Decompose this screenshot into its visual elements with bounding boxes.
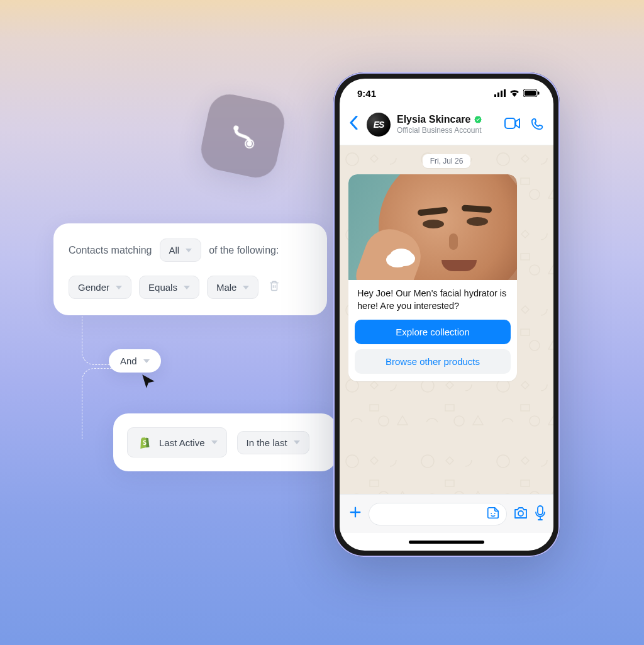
operator-select[interactable]: In the last [237,431,309,454]
video-call-button[interactable] [504,118,521,132]
operator-select[interactable]: Equals [139,276,199,299]
chat-input-bar [340,494,553,533]
svg-rect-10 [505,118,515,128]
svg-rect-9 [538,92,540,95]
trash-icon [269,280,280,291]
phone-icon [531,118,545,132]
field-label: Last Active [159,438,205,447]
field-label: Gender [78,283,109,292]
svg-rect-5 [501,91,502,97]
chevron-down-icon [184,286,190,289]
battery-icon [523,89,540,97]
svg-rect-4 [497,93,499,97]
sticker-button[interactable] [486,506,500,522]
svg-point-16 [518,511,523,516]
chevron-down-icon [243,286,249,289]
logic-label: And [120,356,137,366]
filter-lead-out: of the following: [209,245,279,256]
svg-point-15 [494,513,496,514]
video-icon [504,118,521,129]
phone-mockup: 9:41 ES Elysia Skincare Official Busines… [333,72,560,557]
brand-logo-icon [223,116,263,156]
svg-point-14 [491,513,492,514]
mic-button[interactable] [535,505,546,523]
message-image[interactable] [348,174,517,280]
svg-rect-6 [504,89,506,97]
status-time: 9:41 [357,88,376,99]
chevron-down-icon [186,249,192,252]
cellular-icon [494,89,506,97]
explore-collection-button[interactable]: Explore collection [355,320,511,344]
chevron-down-icon [294,440,300,444]
plus-icon [348,505,362,519]
back-button[interactable] [347,115,360,135]
operator-label: In the last [247,438,287,447]
filter-card-secondary: Last Active In the last [113,413,336,471]
svg-rect-8 [525,91,536,96]
chat-header: ES Elysia Skincare Official Business Acc… [340,108,553,145]
contact-subtitle: Official Business Account [397,126,498,135]
attach-button[interactable] [348,504,362,524]
avatar[interactable]: ES [367,113,391,137]
shopify-icon [136,434,153,451]
browse-other-products-button[interactable]: Browse other products [355,349,511,374]
contact-name[interactable]: Elysia Skincare [397,114,470,125]
phone-screen: 9:41 ES Elysia Skincare Official Busines… [340,79,553,551]
verified-badge-icon [474,115,482,124]
chevron-down-icon [116,286,122,289]
mic-icon [535,505,546,520]
sticker-icon [486,506,500,520]
message-bubble: Hey Joe! Our Men's facial hydrator is he… [348,174,517,381]
chevron-left-icon [350,116,358,130]
filter-lead-in: Contacts matching [69,245,152,256]
home-indicator[interactable] [340,533,553,551]
chevron-down-icon [211,440,218,444]
date-pill: Fri, Jul 26 [423,154,471,168]
value-select[interactable]: Male [207,276,259,299]
svg-rect-3 [494,94,496,97]
chevron-down-icon [143,359,150,363]
logic-pill[interactable]: And [109,349,161,373]
voice-call-button[interactable] [531,118,545,132]
wifi-icon [509,89,519,97]
match-mode-label: All [169,245,180,255]
value-label: Male [216,283,237,292]
delete-rule-button[interactable] [266,276,282,298]
message-text: Hey Joe! Our Men's facial hydrator is he… [348,280,517,320]
brand-tile [197,91,289,182]
filter-card: Contacts matching All of the following: … [53,223,327,315]
svg-rect-17 [538,506,543,515]
camera-button[interactable] [513,506,528,522]
message-input[interactable] [369,503,507,525]
camera-icon [513,506,528,520]
operator-label: Equals [148,283,177,292]
chat-body[interactable]: Fri, Jul 26 Hey Joe! Our Men's facial hy… [340,145,553,494]
field-select[interactable]: Last Active [127,427,227,457]
status-bar: 9:41 [340,79,553,108]
field-select[interactable]: Gender [69,276,131,299]
match-mode-select[interactable]: All [160,238,202,262]
